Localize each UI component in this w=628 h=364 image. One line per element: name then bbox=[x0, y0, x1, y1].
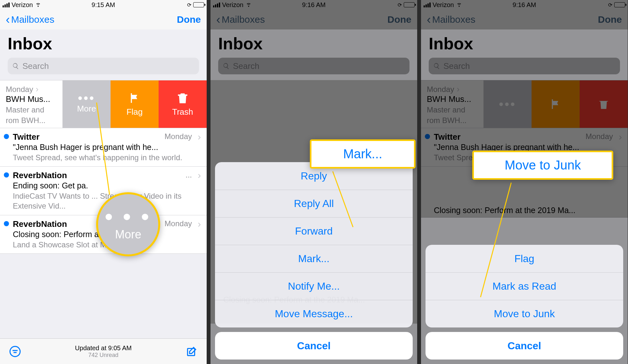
done-button[interactable]: Done bbox=[177, 14, 201, 25]
action-notify-me[interactable]: Notify Me... bbox=[215, 272, 413, 300]
unread-dot-icon bbox=[4, 134, 9, 139]
swipe-trash-button[interactable]: Trash bbox=[159, 80, 207, 128]
magnifier-label: More bbox=[115, 228, 141, 241]
battery-icon bbox=[193, 2, 204, 7]
action-sheet: Flag Mark as Read Move to Junk Cancel bbox=[426, 245, 623, 360]
chevron-right-icon: › bbox=[198, 131, 201, 142]
status-unread: 742 Unread bbox=[0, 352, 207, 359]
action-reply-all[interactable]: Reply All bbox=[215, 190, 413, 217]
message-date: Monday bbox=[165, 219, 192, 228]
trash-icon bbox=[176, 92, 189, 104]
back-button[interactable]: ‹ Mailboxes bbox=[6, 14, 54, 25]
action-cancel[interactable]: Cancel bbox=[215, 332, 413, 360]
action-flag[interactable]: Flag bbox=[426, 245, 623, 272]
search-icon bbox=[12, 62, 19, 70]
screen-3: Verizon 9:16 AM ⟳ ‹ Mailboxes Done Inbox… bbox=[421, 0, 628, 364]
more-magnifier-callout: ● ● ● More bbox=[96, 192, 160, 256]
search-input[interactable]: Search bbox=[8, 58, 199, 74]
move-to-junk-callout: Move to Junk bbox=[472, 151, 613, 180]
message-date: Monday bbox=[165, 132, 192, 141]
message-row[interactable]: Monday › BWH Mus... Master and rom BWH..… bbox=[0, 80, 207, 128]
back-label: Mailboxes bbox=[11, 14, 54, 25]
action-cancel[interactable]: Cancel bbox=[426, 332, 623, 360]
swipe-more-button[interactable]: ••• More bbox=[62, 80, 111, 128]
message-date: ... bbox=[186, 170, 192, 179]
message-preview: rom BWH... bbox=[6, 115, 60, 125]
unread-dot-icon bbox=[4, 221, 9, 226]
message-sender: BWH Mus... bbox=[6, 94, 60, 104]
action-mark[interactable]: Mark... bbox=[215, 245, 413, 272]
action-forward[interactable]: Forward bbox=[215, 217, 413, 245]
search-placeholder: Search bbox=[22, 61, 49, 71]
ellipsis-icon: ● ● ● bbox=[104, 207, 152, 225]
message-preview: Tweet Spread, see what's happening in th… bbox=[13, 153, 201, 162]
callout-label: Move to Junk bbox=[505, 158, 581, 172]
action-mark-as-read[interactable]: Mark as Read bbox=[426, 272, 623, 300]
action-move-to-junk[interactable]: Move to Junk bbox=[426, 300, 623, 327]
swipe-actions: ••• More Flag Trash bbox=[62, 80, 207, 128]
status-updated: Updated at 9:05 AM bbox=[0, 344, 207, 352]
ellipsis-icon: ••• bbox=[78, 95, 95, 101]
swipe-more-label: More bbox=[77, 104, 96, 114]
chevron-right-icon: › bbox=[36, 84, 38, 94]
action-move-message[interactable]: Move Message... bbox=[215, 300, 413, 327]
screen-1: Verizon 9:15 AM ⟳ ‹ Mailboxes Done Inbox… bbox=[0, 0, 207, 364]
swipe-trash-label: Trash bbox=[172, 107, 193, 117]
message-date: Monday bbox=[6, 85, 33, 94]
chevron-right-icon: › bbox=[198, 170, 201, 181]
flag-icon bbox=[128, 92, 141, 104]
swipe-flag-button[interactable]: Flag bbox=[111, 80, 159, 128]
page-title: Inbox bbox=[0, 29, 207, 56]
screen-2: Verizon 9:16 AM ⟳ ‹ Mailboxes Done Inbox… bbox=[211, 0, 417, 364]
unread-dot-icon bbox=[4, 172, 9, 178]
chevron-right-icon: › bbox=[198, 219, 201, 229]
mark-callout: Mark... bbox=[310, 139, 416, 169]
callout-label: Mark... bbox=[343, 147, 382, 161]
chevron-left-icon: ‹ bbox=[6, 17, 10, 23]
nav-bar: ‹ Mailboxes Done bbox=[0, 10, 207, 29]
message-subject: Master and bbox=[6, 105, 60, 115]
action-sheet: Reply Reply All Forward Mark... Notify M… bbox=[215, 162, 413, 360]
clock: 9:15 AM bbox=[0, 1, 207, 9]
message-subject: Ending soon: Get pa. bbox=[13, 181, 201, 190]
bottom-toolbar: Updated at 9:05 AM 742 Unread bbox=[0, 338, 207, 364]
message-subject: "Jenna Bush Hager is pregnant with he... bbox=[13, 143, 201, 152]
action-sheet-group: Reply Reply All Forward Mark... Notify M… bbox=[215, 162, 413, 327]
action-sheet-group: Flag Mark as Read Move to Junk bbox=[426, 245, 623, 327]
status-bar: Verizon 9:15 AM ⟳ bbox=[0, 0, 207, 10]
swipe-flag-label: Flag bbox=[127, 107, 143, 117]
